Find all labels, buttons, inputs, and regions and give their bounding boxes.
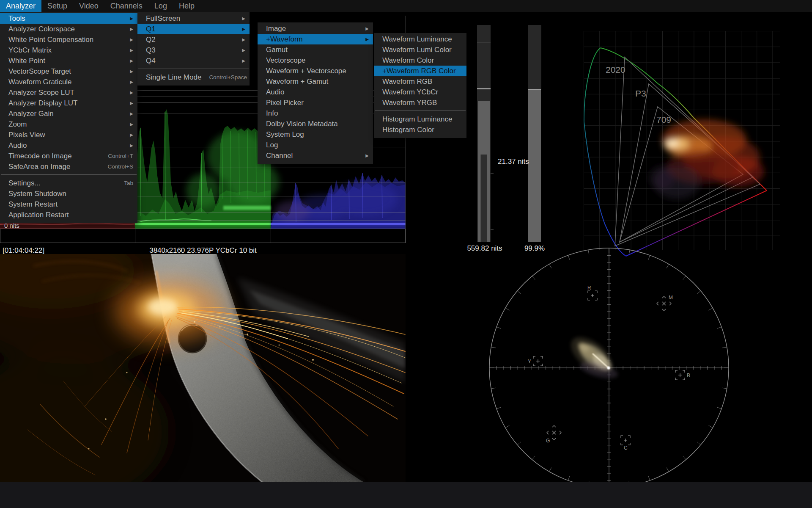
- menu-item-label: Tools: [8, 13, 25, 24]
- menu-item-label: Waveform YCbCr: [382, 87, 438, 97]
- menu-item-shortcut: Tab: [124, 178, 133, 188]
- menu-item-waveform[interactable]: +Waveform▶: [258, 34, 373, 44]
- menubar-item-setup[interactable]: Setup: [41, 0, 73, 12]
- menu-item-tools[interactable]: Tools▶: [0, 13, 137, 24]
- format-info: 3840x2160 23.976P YCbCr 10 bit: [149, 246, 257, 254]
- submenu-arrow-icon: ▶: [240, 45, 245, 55]
- menu-item-zoom[interactable]: Zoom▶: [0, 119, 137, 130]
- submenu-arrow-icon: ▶: [128, 140, 133, 151]
- menu-item-histogram-color[interactable]: Histogram Color: [374, 124, 466, 135]
- menu-item-label: Analyzer Gain: [8, 108, 54, 119]
- menu-item-waveform-gamut[interactable]: Waveform + Gamut: [258, 76, 373, 87]
- menu-item-waveform-graticule[interactable]: Waveform Graticule▶: [0, 77, 137, 87]
- menu-item-label: Settings...: [8, 178, 41, 188]
- menu-item-image[interactable]: Image▶: [258, 23, 373, 34]
- submenu-arrow-icon: ▶: [128, 87, 133, 98]
- menu-item-label: Vectorscope: [266, 55, 306, 66]
- menu-item-dolby-vision-metadata[interactable]: Dolby Vision Metadata: [258, 119, 373, 129]
- percent-label: 99.9%: [524, 244, 545, 252]
- menu-item-waveform-yrgb[interactable]: Waveform YRGB: [374, 97, 466, 108]
- menu-item-analyzer-scope-lut[interactable]: Analyzer Scope LUT▶: [0, 87, 137, 98]
- submenu-arrow-icon: ▶: [128, 77, 133, 87]
- menu-item-waveform-color[interactable]: Waveform Color: [374, 55, 466, 66]
- menu-item-q3[interactable]: Q3▶: [137, 45, 250, 55]
- menu-item-gamut[interactable]: Gamut: [258, 44, 373, 55]
- menu-item-audio[interactable]: Audio: [258, 87, 373, 97]
- menu-item-analyzer-gain[interactable]: Analyzer Gain▶: [0, 108, 137, 119]
- submenu-arrow-icon: ▶: [128, 45, 133, 55]
- menu-item-analyzer-colorspace[interactable]: Analyzer Colorspace▶: [0, 24, 137, 34]
- menu-item-info[interactable]: Info: [258, 108, 373, 119]
- submenu-arrow-icon: ▶: [240, 55, 245, 66]
- menu-item-label: Image: [266, 23, 286, 34]
- menubar-item-analyzer[interactable]: Analyzer: [0, 0, 41, 12]
- target-c: [621, 436, 630, 445]
- menu-item-waveform-rgb[interactable]: Waveform RGB: [374, 76, 466, 87]
- gamut-scope: 2020 P3 709: [584, 31, 780, 256]
- menu-item-safearea-on-image[interactable]: SafeArea on ImageControl+S: [0, 161, 137, 172]
- target-b: [675, 370, 685, 380]
- menu-item-waveform-luminance[interactable]: Waveform Luminance: [374, 34, 466, 44]
- target-label-c: C: [624, 445, 628, 451]
- timecode: [01:04:04:22]: [3, 246, 44, 254]
- menu-item-waveform-lumi-color[interactable]: Waveform Lumi Color: [374, 44, 466, 55]
- menu-item-label: System Restart: [8, 199, 58, 210]
- menu-item-label: Analyzer Display LUT: [8, 98, 77, 108]
- menu-item-timecode-on-image[interactable]: Timecode on ImageControl+T: [0, 151, 137, 161]
- menu-item-label: Application Restart: [8, 210, 69, 220]
- menu-item-log[interactable]: Log: [258, 140, 373, 150]
- menu-item-waveform-vectorscope[interactable]: Waveform + Vectorscope: [258, 66, 373, 76]
- target-y: [533, 356, 543, 366]
- target-label-b: B: [687, 373, 690, 378]
- menu-item-ycbcr-matrix[interactable]: YCbCr Matrix▶: [0, 45, 137, 55]
- menu-item-label: Waveform + Vectorscope: [266, 66, 346, 76]
- menu-item-label: Waveform RGB: [382, 76, 432, 87]
- menu-item-label: FullScreen: [146, 13, 180, 24]
- menu-item-channel[interactable]: Channel▶: [258, 150, 373, 161]
- menu-item-q4[interactable]: Q4▶: [137, 55, 250, 66]
- menu-item-pixels-view[interactable]: Pixels View▶: [0, 130, 137, 140]
- menu-item-audio[interactable]: Audio▶: [0, 140, 137, 151]
- menu-item-label: YCbCr Matrix: [8, 45, 52, 55]
- menu-item-system-log[interactable]: System Log: [258, 129, 373, 140]
- menu-item-pixel-picker[interactable]: Pixel Picker: [258, 97, 373, 108]
- menu-item-q2[interactable]: Q2▶: [137, 34, 250, 45]
- menu-item-label: Waveform Luminance: [382, 34, 452, 44]
- menu-item-q1[interactable]: Q1▶: [137, 24, 250, 34]
- waveform-ruler-strip: [0, 229, 406, 243]
- submenu-arrow-icon: ▶: [363, 23, 369, 34]
- submenu-arrow-icon: ▶: [128, 98, 133, 108]
- menu-item-label: Q3: [146, 45, 156, 55]
- menu-item-waveform-rgb-color[interactable]: +Waveform RGB Color: [374, 66, 466, 76]
- submenu-arrow-icon: ▶: [128, 24, 133, 34]
- submenu-arrow-icon: ▶: [363, 34, 369, 44]
- menubar-item-channels[interactable]: Channels: [104, 0, 148, 12]
- menu-item-system-shutdown[interactable]: System Shutdown: [0, 188, 137, 199]
- menu-item-system-restart[interactable]: System Restart: [0, 199, 137, 210]
- submenu-arrow-icon: ▶: [240, 24, 245, 34]
- menu-item-white-point-compensation[interactable]: White Point Compensation▶: [0, 34, 137, 45]
- menu-item-application-restart[interactable]: Application Restart: [0, 210, 137, 220]
- bottom-strip: [0, 482, 812, 508]
- menubar-item-video[interactable]: Video: [73, 0, 104, 12]
- menu-item-white-point[interactable]: White Point▶: [0, 55, 137, 66]
- menu-item-single-line-mode[interactable]: Single Line ModeControl+Space: [137, 72, 250, 83]
- menu-item-label: Info: [266, 108, 278, 119]
- menu-item-vectorscope[interactable]: Vectorscope: [258, 55, 373, 66]
- menu-item-label: +Waveform RGB Color: [382, 66, 456, 76]
- menu-item-analyzer-display-lut[interactable]: Analyzer Display LUT▶: [0, 98, 137, 108]
- menu-item-label: Pixel Picker: [266, 97, 304, 108]
- menu-item-histogram-luminance[interactable]: Histogram Luminance: [374, 114, 466, 124]
- menu-item-settings[interactable]: Settings...Tab: [0, 178, 137, 188]
- submenu-arrow-icon: ▶: [128, 66, 133, 77]
- menu-item-label: Analyzer Colorspace: [8, 24, 75, 34]
- menubar-item-help[interactable]: Help: [173, 0, 200, 12]
- submenu-arrow-icon: ▶: [363, 150, 369, 161]
- menu-item-label: SafeArea on Image: [8, 161, 70, 172]
- menu-item-waveform-ycbcr[interactable]: Waveform YCbCr: [374, 87, 466, 97]
- menubar-item-log[interactable]: Log: [148, 0, 173, 12]
- submenu-arrow-icon: ▶: [128, 13, 133, 24]
- menu-item-vectorscope-target[interactable]: VectorScope Target▶: [0, 66, 137, 77]
- cie-data-cloud: [649, 119, 764, 199]
- menu-item-fullscreen[interactable]: FullScreen▶: [137, 13, 250, 24]
